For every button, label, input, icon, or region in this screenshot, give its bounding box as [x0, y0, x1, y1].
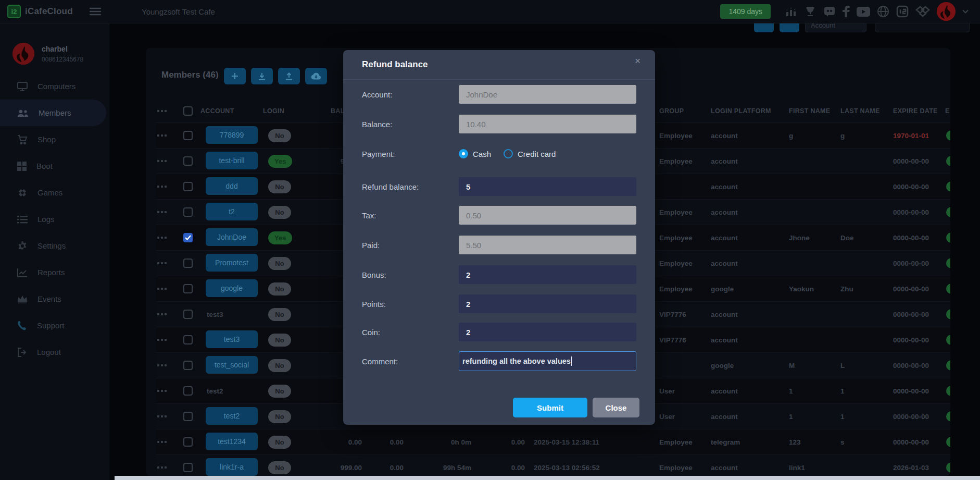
sidebar-item-label: Members [39, 108, 71, 117]
account-button[interactable]: JohnDoe [206, 228, 258, 246]
coin-field[interactable] [459, 323, 636, 341]
row-menu-icon[interactable] [157, 390, 177, 392]
icafecloud-mini-icon[interactable] [896, 5, 909, 18]
add-member-button[interactable] [224, 68, 246, 84]
platform-cell: account [711, 311, 789, 318]
first-name-cell: Yaokun [789, 285, 840, 293]
paid-field [459, 236, 636, 254]
row-menu-icon[interactable] [157, 262, 177, 264]
points-field[interactable] [459, 294, 636, 313]
sidebar-item-events[interactable]: Events [0, 286, 109, 312]
row-checkbox[interactable] [183, 386, 193, 396]
cash-radio[interactable] [459, 149, 468, 158]
row-menu-cell [156, 415, 177, 417]
row-checkbox[interactable] [183, 233, 193, 242]
account-button[interactable]: Promotest [206, 254, 258, 272]
sidebar-item-logs[interactable]: Logs [0, 206, 109, 232]
account-button[interactable]: test_social [206, 356, 258, 374]
ranking-icon[interactable] [785, 5, 797, 18]
user-avatar[interactable] [937, 2, 956, 21]
account-button[interactable]: 778899 [206, 126, 258, 144]
sidebar-item-logout[interactable]: Logout [0, 339, 109, 365]
account-button[interactable]: t2 [206, 203, 258, 220]
layers-icon[interactable] [915, 5, 930, 18]
login-cell: No [263, 180, 299, 193]
last-name-cell: s [840, 438, 893, 446]
account-button[interactable]: test3 [206, 330, 258, 348]
row-menu-icon[interactable] [157, 134, 177, 137]
row-checkbox-cell [177, 386, 200, 396]
sidebar-item-label: Support [37, 321, 65, 330]
chevron-down-icon[interactable] [962, 9, 969, 14]
expire-date-cell: 0000-00-00 [893, 285, 945, 293]
row-menu-icon[interactable] [157, 441, 177, 443]
balance-field [459, 115, 636, 133]
trophy-icon[interactable] [804, 5, 816, 18]
globe-icon[interactable] [877, 5, 889, 18]
submit-button[interactable]: Submit [513, 398, 587, 417]
row-checkbox[interactable] [183, 463, 193, 472]
row-menu-icon[interactable] [157, 313, 177, 315]
row-menu-icon[interactable] [157, 110, 177, 112]
logout-icon [17, 348, 27, 357]
row-checkbox[interactable] [183, 310, 193, 319]
export-button[interactable] [278, 68, 300, 84]
last-name-cell: Doe [840, 234, 893, 242]
header-checkbox-cell[interactable] [177, 106, 200, 116]
sidebar-item-computers[interactable]: Computers [0, 73, 109, 100]
row-menu-icon[interactable] [157, 211, 177, 213]
row-checkbox[interactable] [183, 361, 193, 370]
list-icon [17, 215, 28, 224]
sidebar-item-support[interactable]: Support [0, 312, 109, 339]
login-cell: No [263, 385, 299, 398]
account-button[interactable]: google [206, 279, 258, 297]
row-menu-icon[interactable] [157, 415, 177, 417]
account-button[interactable]: ddd [206, 177, 258, 195]
row-menu-icon[interactable] [157, 160, 177, 162]
row-checkbox[interactable] [183, 106, 193, 116]
close-button[interactable]: Close [593, 398, 639, 417]
row-checkbox[interactable] [183, 335, 193, 344]
account-button[interactable]: test1234 [206, 433, 258, 450]
credit-card-radio[interactable] [504, 149, 513, 158]
row-checkbox[interactable] [183, 284, 193, 293]
row-checkbox[interactable] [183, 259, 193, 268]
sidebar-item-label: Computers [37, 82, 76, 91]
row-menu-icon[interactable] [157, 466, 177, 469]
sidebar-item-shop[interactable]: Shop [0, 126, 109, 153]
cloud-download-button[interactable] [305, 68, 327, 84]
sidebar-item-reports[interactable]: Reports [0, 259, 109, 286]
horizontal-scrollbar[interactable] [115, 476, 980, 480]
first-name-cell: g [789, 132, 840, 140]
refund-balance-field[interactable] [459, 177, 636, 196]
account-button[interactable]: test-brill [206, 152, 258, 169]
comment-field[interactable]: refunding all the above values [459, 351, 636, 371]
row-checkbox[interactable] [183, 412, 193, 421]
row-checkbox[interactable] [183, 207, 193, 217]
row-checkbox[interactable] [183, 182, 193, 191]
sidebar-item-members[interactable]: Members [0, 100, 106, 126]
sidebar-item-label: Logs [37, 215, 55, 224]
row-menu-icon[interactable] [157, 339, 177, 341]
hamburger-menu-icon[interactable] [90, 7, 101, 16]
bonus-field[interactable] [459, 265, 636, 284]
row-menu-icon[interactable] [157, 288, 177, 290]
account-button[interactable]: test2 [206, 407, 258, 425]
discord-icon[interactable] [823, 5, 836, 18]
import-button[interactable] [251, 68, 273, 84]
facebook-icon[interactable] [843, 6, 850, 17]
row-checkbox[interactable] [183, 437, 193, 447]
account-button[interactable]: link1r-a [206, 458, 258, 476]
youtube-icon[interactable] [857, 7, 870, 17]
row-menu-icon[interactable] [157, 364, 177, 366]
sidebar-item-settings[interactable]: Settings [0, 232, 109, 259]
row-checkbox[interactable] [183, 131, 193, 140]
row-menu-icon[interactable] [157, 186, 177, 188]
status-cell [945, 207, 950, 217]
row-menu-icon[interactable] [157, 237, 177, 239]
row-checkbox[interactable] [183, 156, 193, 166]
first-name-cell: 1 [789, 387, 840, 395]
sidebar-item-boot[interactable]: Boot [0, 153, 109, 179]
sidebar-item-games[interactable]: Games [0, 179, 109, 206]
close-icon[interactable]: × [635, 55, 640, 67]
